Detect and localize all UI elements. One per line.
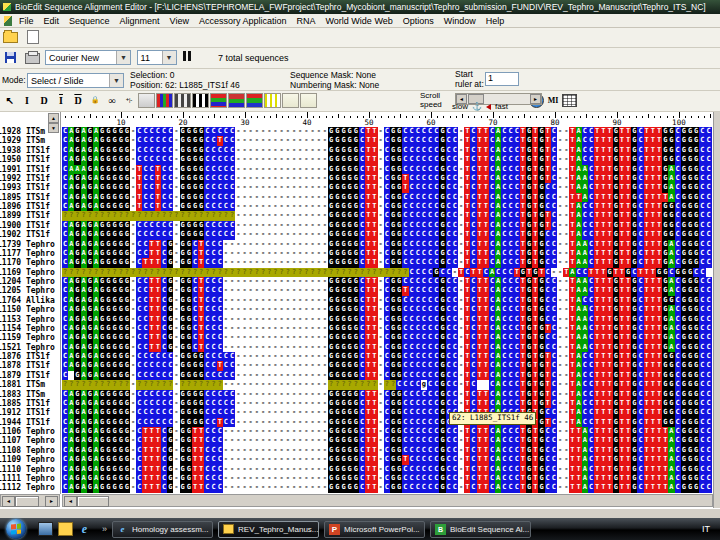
menu-options[interactable]: Options [398,16,439,26]
taskbar-button-powerpoint[interactable]: PMicrosoft PowerPoi... [324,521,425,538]
sequence-name[interactable]: L1764 Allika [0,296,55,305]
sequence-name[interactable]: L1991 ITS1f [0,165,55,174]
sequence-row[interactable]: CAGAGAGGGGG-CCCCCC-GGGGCCTCC------------… [62,418,712,427]
sequence-name[interactable]: L1938 ITS1f [0,146,55,155]
taskbar-button-bioedit[interactable]: BBioEdit Sequence Al... [430,521,531,538]
menu-sequence[interactable]: Sequence [64,16,115,26]
delete-gap-icon[interactable]: D [70,92,86,108]
sequence-name[interactable]: L1895 ITS1f [0,193,55,202]
sequence-row[interactable]: CAGAGAGGGGG-CCTTCG-GGCTCCC--------------… [62,324,712,333]
sequence-name[interactable]: L1885 ITS1f [0,399,55,408]
sequence-name[interactable]: L1521 Tephro [0,343,55,352]
sequence-row[interactable]: CAGAGAGGGGG-CCTTCG-GGCTCCC--------------… [62,315,712,324]
sequence-row[interactable]: CAGAGAGGGGG-CCCCCC-GGGGCCCCC------------… [62,390,712,399]
insert-gap-icon[interactable]: I [53,92,69,108]
sequence-name[interactable]: L1899 ITS1f [0,211,55,220]
menu-view[interactable]: View [165,16,194,26]
pointer-icon[interactable]: ↖ [2,92,18,108]
new-document-button[interactable] [25,30,41,44]
font-size-dropdown-icon[interactable]: ▼ [162,51,176,64]
delete-base-icon[interactable]: D [36,92,52,108]
sequence-row[interactable]: CAGAGAGGGGG-CCTTCG-GGCTCCC--------------… [62,343,712,352]
translate-b-icon[interactable] [300,93,317,108]
menu-edit[interactable]: Edit [39,16,65,26]
sequence-names-pane[interactable]: ▲ ▼ L1928 ITSmL1929 ITSmL1938 ITS1fL1950… [0,112,61,494]
sequence-row[interactable]: CAGAGAGGGGG-CTTTCG-GGTTCCC--------------… [62,436,712,445]
sequence-row[interactable]: CAGAGAGGGGG-CCCCCC-GGGGCCTCC------------… [62,361,712,370]
sequence-name[interactable]: L1204 Tephro [0,277,55,286]
sequence-name[interactable]: L1205 Tephro [0,286,55,295]
names-scroll-left-icon[interactable]: ◄ [2,496,15,507]
sequence-row[interactable]: CAGAGAGGGGG-CTTTCG-GGTTCCC--------------… [62,474,712,483]
sequence-name[interactable]: L1739 Tephro [0,240,55,249]
names-scroll-right-icon[interactable]: ► [45,496,58,507]
sequence-name[interactable]: L1107 Tephro [0,436,55,445]
sequence-name[interactable]: L1950 ITS1f [0,155,55,164]
menu-world-wide-web[interactable]: World Wide Web [321,16,398,26]
menu-file[interactable]: File [14,16,39,26]
grid-view-icon[interactable] [562,94,577,107]
sequence-name[interactable]: L1159 Tephro [0,333,55,342]
start-button[interactable] [6,519,26,539]
sequence-name[interactable]: L1153 Tephro [0,315,55,324]
taskbar-button-folder[interactable]: REV_Tephro_Manus... [218,521,319,538]
sequence-row[interactable]: CAGAGAGGGGG-CCTTCG-GGCTCCC--------------… [62,277,712,286]
sequence-row[interactable]: CAGAGAGGGGG-CTTTCG-GGTTCCC--------------… [62,446,712,455]
sequence-name[interactable]: L1944 ITS1f [0,418,55,427]
rgb-stack-icon[interactable] [246,93,263,108]
shade-columns-icon[interactable] [174,93,191,108]
sequence-name[interactable]: L1878 ITS1f [0,361,55,370]
sequence-row[interactable]: CAGAGAGGGGG-CCCCCC-GGGGCCCCC------------… [62,146,712,155]
sequence-name[interactable]: L1900 ITS1f [0,221,55,230]
sequence-name[interactable]: L1150 Tephro [0,305,55,314]
alignment-scrollbar-thumb[interactable] [77,496,109,507]
open-file-button[interactable] [2,30,18,44]
menu-accessory-application[interactable]: Accessory Application [194,16,292,26]
sequence-name[interactable]: L1993 ITS1f [0,183,55,192]
lock-icon[interactable]: 🔒 [87,92,103,108]
sequence-name[interactable]: L1912 ITS1f [0,408,55,417]
sequence-name[interactable]: L1992 ITS1f [0,174,55,183]
sequence-row[interactable]: CAAAGAGGGGG-TCCTCC-GGGGCCCCC------------… [62,165,712,174]
translate-a-icon[interactable] [282,93,299,108]
font-select-dropdown-icon[interactable]: ▼ [116,51,130,64]
sequence-name[interactable]: L1112 Tephro [0,483,55,492]
mi-icon[interactable]: MI [545,92,561,108]
sequence-name[interactable]: L1106 Tephro [0,427,55,436]
sequence-row[interactable]: CAGAGAGGGGG-TCCTCC-GGGGCCCCC------------… [62,193,712,202]
sequence-row[interactable]: CAGAGAGGGGG-CTTTCG-GGTTCCC--------------… [62,455,712,464]
sequence-name[interactable]: L1154 Tephro [0,324,55,333]
menu-rna[interactable]: RNA [292,16,321,26]
names-scrollbar-thumb[interactable] [15,496,39,507]
spin-up-icon[interactable]: ▲ [48,113,59,123]
taskbar-button-ie[interactable]: eHomology assessm... [112,521,213,538]
mask-bw-icon[interactable] [192,93,209,108]
sequence-row[interactable]: CAGAGAGGGGG-CCTTCG-GGCTCCC--------------… [62,286,712,295]
sequence-row[interactable]: CAGAGAGGGGG-TCCTCC-GGGGCCCCC------------… [62,183,712,192]
font-size-select[interactable]: 11 ▼ [137,50,177,65]
sequence-row[interactable]: CAGAGAGGGGG-CCTTCG-GGCTCCC--------------… [62,240,712,249]
show-desktop-icon[interactable] [38,522,53,536]
ruler-start-input[interactable]: 1 [485,72,519,86]
sequence-name[interactable]: L1111 Tephro [0,474,55,483]
sequence-name[interactable]: L1896 ITS1f [0,202,55,211]
sequence-row[interactable]: CAGAGAGGGGG-CCCCCC-GGGGCCCCC------------… [62,127,712,136]
sequence-row[interactable]: CAGAGAGGGGG-CCCCCC-GGGGCCCCC------------… [62,399,712,408]
save-button[interactable] [2,50,18,64]
alignment-grid-pane[interactable]: 102030405060708090100 CAGAGAGGGGG-CCCCCC… [62,112,713,494]
alignment-horizontal-scrollbar[interactable]: ◄ [62,494,713,507]
sequence-name[interactable]: L1109 Tephro [0,455,55,464]
menu-window[interactable]: Window [439,16,481,26]
sequence-row[interactable]: ????????????????????????????------------… [62,211,712,220]
language-indicator[interactable]: IT [702,524,710,534]
menu-alignment[interactable]: Alignment [115,16,165,26]
alignment-rows[interactable]: CAGAGAGGGGG-CCCCCC-GGGGCCCCC------------… [62,127,712,493]
sequence-row[interactable]: CAGAGAGGGGG-TCCTCC-GGGGCCCCC------------… [62,174,712,183]
sequence-row[interactable]: CAGAGAGGGGG-CCCCCC-GGGGCCCCC------------… [62,221,712,230]
sequence-row[interactable]: CAGAGAGGGGG-CCCCCC-GGGGCCCCC------------… [62,155,712,164]
select-block-icon[interactable] [138,93,155,108]
sequence-row[interactable]: ????????????????????????????????????????… [62,268,712,277]
sequence-row[interactable]: CAGAGAGGGGG-CCTTCG-GGCTCCC--------------… [62,249,712,258]
sequence-row[interactable]: CAGAGAGGGGG-CCCCCC-GGGGCCCCC------------… [62,408,712,417]
sequence-row[interactable]: CAGAGAGGGGG-CCTTCG-GGCTCCC--------------… [62,305,712,314]
